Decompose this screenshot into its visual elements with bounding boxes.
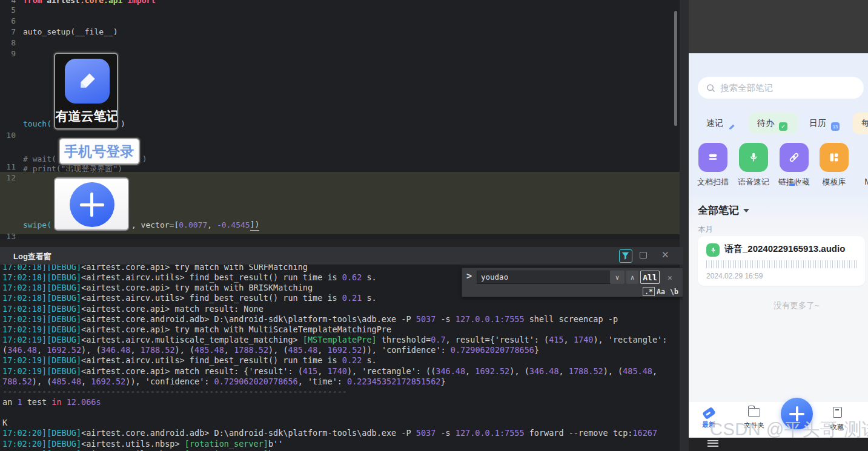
log-filter-button[interactable]	[619, 249, 632, 263]
log-line: 17:02:18][DEBUG]<airtest.core.api> match…	[2, 304, 263, 314]
code-line-autosetup[interactable]: auto_setup(__file__)	[23, 27, 118, 36]
note-list-item[interactable]: 语音_20240229165913.audio 2024.02.29 16:59	[698, 236, 865, 286]
watermark: CSDN @平头哥-测试	[710, 418, 868, 442]
device-mirror[interactable]: 搜索全部笔记 速记 待办 ✓ 日历 13 每 文档扫描	[689, 0, 868, 451]
search-placeholder: 搜索全部笔记	[720, 82, 773, 94]
log-line: 17:02:18][DEBUG]<airtest.aircv.utils> fi…	[2, 272, 377, 282]
log-line: 17:02:20][DEBUG]<airtest.core.android.ad…	[2, 428, 657, 438]
script-editor[interactable]: 4 5 6 7 8 9 10 11 12 13 from airtest.cor…	[0, 0, 680, 239]
audio-note-icon	[706, 243, 720, 257]
microphone-icon	[739, 143, 768, 172]
device-dark-header	[689, 0, 868, 53]
log-panel-title: Log查看窗	[13, 251, 51, 262]
plus-button-icon	[70, 182, 114, 227]
youdao-note-app-icon	[65, 59, 110, 104]
panel-gap	[680, 0, 689, 451]
note-title: 语音_20240229165913.audio	[724, 243, 845, 255]
chevron-down-icon	[743, 209, 749, 212]
note-app-screen: 搜索全部笔记 速记 待办 ✓ 日历 13 每 文档扫描	[689, 53, 868, 403]
code-line-wait[interactable]: # wait( 手机号登录 )	[23, 136, 147, 165]
tool-document-scan[interactable]: 文档扫描	[695, 143, 731, 188]
line-number: 6	[0, 16, 16, 25]
template-image-plus-button[interactable]	[54, 177, 129, 231]
month-group-label: 本月	[698, 225, 713, 235]
tool-label: 语音速记	[735, 177, 772, 188]
log-line: ----------------------------------------…	[2, 387, 347, 397]
search-icon	[706, 84, 715, 93]
tool-link-collect[interactable]: 链接收藏	[776, 143, 812, 188]
log-line: 17:02:19][DEBUG]<airtest.core.api> match…	[2, 366, 657, 376]
check-icon: ✓	[779, 122, 787, 131]
chip-label: 每	[861, 118, 868, 129]
log-line: an 1 test in 12.066s	[2, 397, 101, 407]
tool-label: 模板库	[816, 177, 852, 188]
app-icon-label: 有道云笔记	[54, 108, 118, 125]
template-icon	[820, 143, 849, 172]
search-next-button[interactable]: ∧	[626, 271, 638, 284]
calendar-icon: 13	[831, 122, 840, 131]
code-line-print[interactable]: # print("出现登录界面")	[23, 163, 122, 174]
line-number: 13	[0, 232, 16, 239]
tool-label: 链接收藏	[776, 177, 812, 188]
section-title: 全部笔记	[698, 203, 739, 217]
note-date: 2024.02.29 16:59	[706, 272, 763, 280]
bookmark-icon	[833, 407, 842, 418]
restore-window-icon[interactable]	[640, 252, 647, 258]
search-case-toggle[interactable]: Aa	[657, 287, 665, 296]
log-search-input[interactable]: youdao	[477, 271, 611, 284]
code-line-touch[interactable]: touch( 有道云笔记 )	[23, 51, 125, 130]
all-notes-dropdown[interactable]: 全部笔记	[698, 203, 749, 217]
carousel-dots	[789, 183, 804, 186]
swipe-close: ])	[250, 220, 260, 231]
log-line: 17:02:18][DEBUG]<airtest.core.api> try m…	[2, 283, 313, 292]
log-line: 17:02:19][DEBUG]<airtest.aircv.multiscal…	[2, 335, 667, 344]
tool-template-library[interactable]: 模板库	[816, 143, 852, 188]
editor-scrollbar[interactable]	[674, 11, 677, 126]
line-number: 5	[0, 5, 16, 15]
close-icon[interactable]: ✕	[661, 249, 669, 260]
code-line-import[interactable]: from airtest.core.api import	[23, 0, 156, 5]
line-number: 10	[0, 131, 16, 140]
template-image-app-icon[interactable]: 有道云笔记	[54, 53, 118, 130]
template-image-login-button[interactable]: 手机号登录	[59, 138, 140, 165]
log-line: 17:02:18][DEBUG]<airtest.aircv.utils> fi…	[2, 293, 377, 303]
chip-quick-note[interactable]: 速记	[698, 113, 742, 134]
search-close-icon[interactable]: ✕	[664, 271, 675, 284]
search-all-button[interactable]: All	[640, 271, 660, 284]
tool-markdown-cut[interactable]: M	[850, 143, 868, 186]
chip-todo[interactable]: 待办 ✓	[749, 113, 798, 134]
tool-label: M	[850, 177, 868, 186]
tool-voice-note[interactable]: 语音速记	[735, 143, 772, 188]
chip-label: 待办	[757, 118, 774, 129]
touch-call: touch(	[23, 119, 51, 130]
search-expand-chevron[interactable]: >	[466, 271, 472, 281]
chip-calendar[interactable]: 日历 13	[801, 113, 849, 134]
chip-label: 速记	[706, 118, 723, 129]
search-regex-toggle[interactable]: .*	[643, 287, 655, 296]
log-viewer-panel: 17:02:18][DEBUG]<airtest.core.api> try m…	[0, 247, 683, 451]
touch-close-paren: )	[121, 119, 125, 130]
scanner-icon	[698, 143, 727, 172]
line-number: 8	[0, 38, 16, 47]
line-number: 11	[0, 162, 16, 171]
line-number: 4	[0, 0, 16, 5]
audio-waveform	[706, 260, 858, 268]
swipe-args: , vector=[0.0077, -0.4545	[131, 220, 250, 231]
tool-label: 文档扫描	[695, 177, 731, 188]
notes-search-bar[interactable]: 搜索全部笔记	[698, 77, 864, 99]
line-number: 9	[0, 49, 16, 58]
log-search-overlay: > youdao ∨ ∧ All ✕ .* Aa \b	[462, 268, 683, 297]
airtest-ide-window: 4 5 6 7 8 9 10 11 12 13 from airtest.cor…	[0, 0, 868, 451]
panel-divider[interactable]	[0, 239, 683, 247]
search-prev-button[interactable]: ∨	[610, 271, 624, 284]
search-word-toggle[interactable]: \b	[670, 287, 678, 296]
line-number: 12	[0, 173, 16, 182]
log-line: 17:02:19][DEBUG]<airtest.core.android.ad…	[2, 314, 618, 324]
folder-icon	[748, 408, 760, 417]
log-panel-header: Log查看窗 ✕	[0, 247, 683, 265]
chip-daily-review[interactable]: 每	[853, 113, 868, 134]
log-line: 17:02:19][DEBUG]<airtest.aircv.utils> fi…	[2, 355, 377, 365]
line-number: 7	[0, 27, 16, 36]
code-line-swipe[interactable]: swipe( , vector=[0.0077, -0.4545])	[23, 175, 259, 231]
wait-close-paren: )	[142, 154, 147, 165]
